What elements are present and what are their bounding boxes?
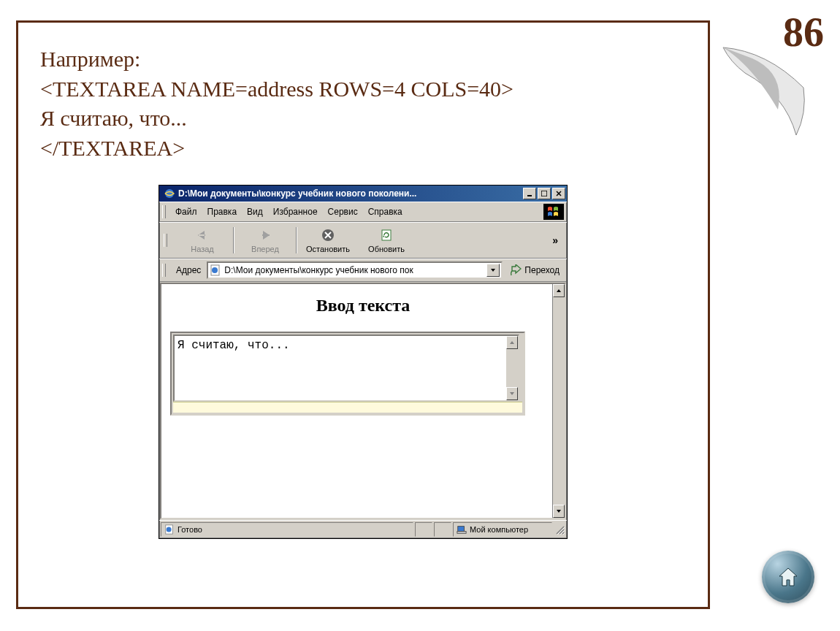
code-line-2: <TEXTAREA NAME=address ROWS=4 COLS=40> (40, 74, 686, 104)
svg-rect-9 (458, 527, 465, 532)
scroll-up-button[interactable] (506, 336, 518, 349)
scroll-down-button[interactable] (506, 387, 518, 400)
svg-point-8 (167, 527, 172, 532)
forward-button[interactable]: Вперед (237, 226, 293, 255)
stop-button[interactable]: Остановить (300, 226, 356, 255)
scroll-down-button[interactable] (553, 505, 565, 518)
slide-frame: Например: <TEXTAREA NAME=address ROWS=4 … (16, 20, 710, 609)
toolbar-separator (233, 227, 234, 253)
chevron-up-icon (509, 340, 515, 345)
chevron-down-icon (509, 391, 515, 397)
browser-window: D:\Мои документы\конкурс учебник нового … (159, 185, 568, 539)
toolbar-grip[interactable] (162, 264, 166, 277)
menu-help[interactable]: Справка (363, 205, 408, 218)
page-heading: Ввод текста (170, 296, 556, 316)
close-button[interactable] (552, 188, 565, 199)
svg-rect-4 (382, 230, 391, 240)
chevron-down-icon (490, 267, 496, 273)
maximize-icon (541, 191, 547, 196)
stop-icon (320, 227, 336, 243)
menu-edit[interactable]: Правка (202, 205, 243, 218)
browser-menubar: Файл Правка Вид Избранное Сервис Справка (159, 202, 567, 222)
minimize-icon (527, 191, 532, 196)
minimize-button[interactable] (523, 188, 536, 199)
computer-icon (457, 524, 467, 535)
menu-file[interactable]: Файл (170, 205, 202, 218)
back-button[interactable]: Назад (175, 226, 230, 255)
svg-rect-1 (527, 195, 532, 196)
resize-grip-icon (554, 524, 565, 535)
refresh-icon (378, 227, 394, 243)
svg-point-0 (165, 189, 174, 198)
code-line-4: </TEXTAREA> (40, 134, 686, 164)
address-label: Адрес (173, 265, 204, 275)
textarea-field[interactable]: Я считаю, что... (173, 334, 519, 402)
toolbar-overflow-button[interactable]: » (548, 234, 562, 246)
menu-view[interactable]: Вид (242, 205, 268, 218)
ie-icon (164, 188, 175, 199)
content-scrollbar[interactable] (552, 284, 565, 518)
code-example: Например: <TEXTAREA NAME=address ROWS=4 … (40, 45, 686, 163)
resize-grip[interactable] (554, 524, 565, 535)
go-icon (510, 264, 522, 276)
page-curl-decoration (716, 44, 818, 139)
status-ready: Готово (161, 522, 413, 537)
menu-favorites[interactable]: Избранное (268, 205, 323, 218)
page-icon (164, 524, 175, 535)
svg-rect-2 (541, 191, 547, 196)
textarea-text: Я считаю, что... (175, 336, 506, 400)
browser-toolbar: Назад Вперед Остановить (159, 222, 567, 259)
menu-tools[interactable]: Сервис (323, 205, 363, 218)
status-zone: Мой компьютер (453, 522, 552, 537)
browser-addressbar: Адрес D:\Мои документы\конкурс учебник н… (159, 259, 567, 282)
chevron-up-icon (556, 288, 562, 294)
textarea-scrollbar[interactable] (506, 336, 518, 400)
home-icon (775, 564, 801, 590)
browser-content: Ввод текста Я считаю, что... (160, 283, 566, 519)
arrow-right-icon (257, 227, 273, 243)
textarea-bottom-strip (173, 402, 522, 413)
address-combo[interactable]: D:\Мои документы\конкурс учебник нового … (207, 261, 503, 279)
code-line-3: Я считаю, что... (40, 104, 686, 134)
address-dropdown-button[interactable] (486, 264, 500, 277)
windows-flag-icon (543, 204, 564, 220)
scroll-up-button[interactable] (553, 284, 565, 297)
go-button[interactable]: Переход (505, 263, 564, 278)
page-icon (210, 264, 221, 276)
browser-titlebar[interactable]: D:\Мои документы\конкурс учебник нового … (159, 186, 567, 202)
chevron-down-icon (556, 508, 562, 514)
home-button[interactable] (762, 551, 814, 603)
arrow-left-icon (194, 227, 210, 243)
toolbar-grip[interactable] (162, 205, 166, 218)
close-icon (556, 191, 562, 196)
toolbar-grip[interactable] (164, 234, 167, 247)
address-text: D:\Мои документы\конкурс учебник нового … (224, 265, 486, 275)
svg-point-6 (212, 267, 218, 273)
refresh-button[interactable]: Обновить (359, 226, 414, 255)
browser-title: D:\Мои документы\конкурс учебник нового … (178, 188, 523, 199)
maximize-button[interactable] (538, 188, 551, 199)
status-pane-empty (415, 522, 432, 537)
toolbar-separator (296, 227, 297, 253)
svg-rect-10 (457, 532, 466, 534)
browser-statusbar: Готово Мой компьютер (159, 520, 567, 538)
code-line-1: Например: (40, 45, 686, 74)
status-pane-empty (434, 522, 451, 537)
